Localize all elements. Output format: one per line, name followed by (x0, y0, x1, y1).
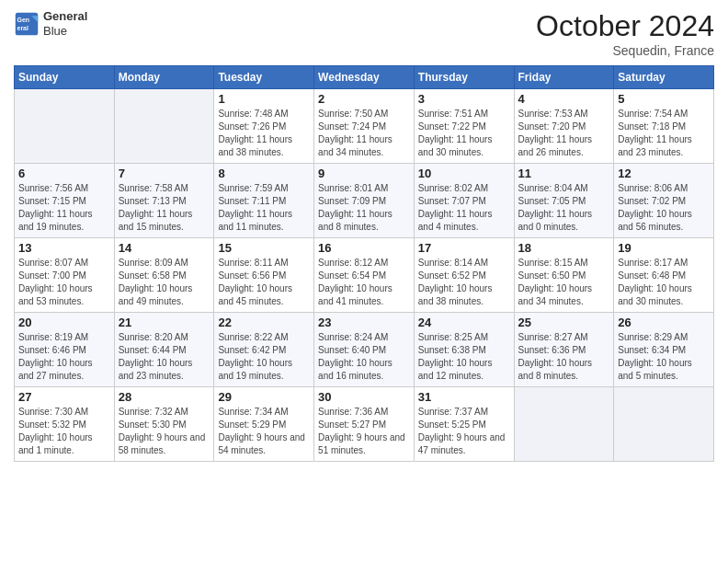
day-number: 11 (518, 167, 610, 180)
day-info: Sunrise: 7:50 AMSunset: 7:24 PMDaylight:… (318, 108, 410, 159)
calendar-cell (614, 387, 714, 462)
calendar-cell: 14Sunrise: 8:09 AMSunset: 6:58 PMDayligh… (114, 238, 214, 313)
day-number: 3 (418, 92, 510, 106)
day-info: Sunrise: 7:37 AMSunset: 5:25 PMDaylight:… (418, 406, 510, 457)
day-number: 17 (418, 241, 510, 255)
location: Sequedin, France (536, 43, 714, 58)
calendar-cell: 9Sunrise: 8:01 AMSunset: 7:09 PMDaylight… (314, 164, 415, 238)
day-number: 10 (418, 167, 510, 180)
day-number: 26 (618, 316, 710, 329)
calendar-cell (15, 89, 115, 164)
day-info: Sunrise: 8:19 AMSunset: 6:46 PMDaylight:… (18, 331, 110, 383)
day-info: Sunrise: 8:15 AMSunset: 6:50 PMDaylight:… (518, 257, 610, 308)
logo-text: General Blue (43, 9, 87, 38)
day-number: 28 (119, 390, 210, 404)
logo-line1: General (43, 9, 87, 24)
day-info: Sunrise: 8:22 AMSunset: 6:42 PMDaylight:… (218, 331, 310, 383)
day-info: Sunrise: 8:11 AMSunset: 6:56 PMDaylight:… (218, 257, 310, 308)
calendar-cell: 18Sunrise: 8:15 AMSunset: 6:50 PMDayligh… (514, 238, 614, 313)
day-number: 15 (218, 241, 310, 255)
day-number: 24 (418, 316, 510, 329)
day-info: Sunrise: 7:32 AMSunset: 5:30 PMDaylight:… (119, 406, 210, 457)
calendar-week-5: 27Sunrise: 7:30 AMSunset: 5:32 PMDayligh… (15, 387, 714, 462)
calendar-cell: 17Sunrise: 8:14 AMSunset: 6:52 PMDayligh… (414, 238, 514, 313)
day-info: Sunrise: 7:48 AMSunset: 7:26 PMDaylight:… (218, 108, 310, 159)
day-number: 22 (218, 316, 310, 329)
calendar-week-1: 1Sunrise: 7:48 AMSunset: 7:26 PMDaylight… (15, 89, 714, 164)
day-number: 6 (18, 167, 110, 180)
day-number: 18 (518, 241, 610, 255)
day-info: Sunrise: 7:59 AMSunset: 7:11 PMDaylight:… (218, 182, 310, 234)
svg-text:Gen: Gen (17, 17, 30, 23)
day-info: Sunrise: 8:01 AMSunset: 7:09 PMDaylight:… (318, 182, 410, 234)
calendar-cell: 28Sunrise: 7:32 AMSunset: 5:30 PMDayligh… (114, 387, 214, 462)
day-info: Sunrise: 8:02 AMSunset: 7:07 PMDaylight:… (418, 182, 510, 234)
weekday-header-saturday: Saturday (614, 66, 714, 89)
calendar-cell: 3Sunrise: 7:51 AMSunset: 7:22 PMDaylight… (414, 89, 514, 164)
day-number: 9 (318, 167, 410, 180)
calendar-week-3: 13Sunrise: 8:07 AMSunset: 7:00 PMDayligh… (15, 238, 714, 313)
day-info: Sunrise: 8:04 AMSunset: 7:05 PMDaylight:… (518, 182, 610, 234)
day-info: Sunrise: 8:20 AMSunset: 6:44 PMDaylight:… (119, 331, 210, 383)
calendar-cell: 16Sunrise: 8:12 AMSunset: 6:54 PMDayligh… (314, 238, 415, 313)
day-number: 31 (418, 390, 510, 404)
calendar-cell: 23Sunrise: 8:24 AMSunset: 6:40 PMDayligh… (314, 313, 415, 387)
calendar-cell (514, 387, 614, 462)
day-number: 20 (18, 316, 110, 329)
calendar-cell: 6Sunrise: 7:56 AMSunset: 7:15 PMDaylight… (15, 164, 115, 238)
day-info: Sunrise: 8:12 AMSunset: 6:54 PMDaylight:… (318, 257, 410, 308)
calendar-cell: 2Sunrise: 7:50 AMSunset: 7:24 PMDaylight… (314, 89, 415, 164)
month-title: October 2024 (536, 9, 714, 43)
calendar-cell: 20Sunrise: 8:19 AMSunset: 6:46 PMDayligh… (15, 313, 115, 387)
calendar-cell: 21Sunrise: 8:20 AMSunset: 6:44 PMDayligh… (114, 313, 214, 387)
calendar-cell: 4Sunrise: 7:53 AMSunset: 7:20 PMDaylight… (514, 89, 614, 164)
calendar-cell: 15Sunrise: 8:11 AMSunset: 6:56 PMDayligh… (214, 238, 314, 313)
svg-text:eral: eral (17, 25, 29, 31)
calendar-week-4: 20Sunrise: 8:19 AMSunset: 6:46 PMDayligh… (15, 313, 714, 387)
day-number: 21 (119, 316, 210, 329)
day-number: 29 (218, 390, 310, 404)
calendar-table: SundayMondayTuesdayWednesdayThursdayFrid… (14, 65, 714, 462)
weekday-header-row: SundayMondayTuesdayWednesdayThursdayFrid… (15, 66, 714, 89)
header: Gen eral General Blue October 2024 Seque… (14, 9, 714, 58)
title-block: October 2024 Sequedin, France (536, 9, 714, 58)
logo-line2: Blue (43, 24, 87, 39)
calendar-cell (114, 89, 214, 164)
day-number: 19 (618, 241, 710, 255)
day-info: Sunrise: 7:53 AMSunset: 7:20 PMDaylight:… (518, 108, 610, 159)
day-info: Sunrise: 8:29 AMSunset: 6:34 PMDaylight:… (618, 331, 710, 383)
day-info: Sunrise: 8:07 AMSunset: 7:00 PMDaylight:… (18, 257, 110, 308)
weekday-header-monday: Monday (114, 66, 214, 89)
day-number: 4 (518, 92, 610, 106)
day-number: 12 (618, 167, 710, 180)
day-info: Sunrise: 8:06 AMSunset: 7:02 PMDaylight:… (618, 182, 710, 234)
calendar-cell: 26Sunrise: 8:29 AMSunset: 6:34 PMDayligh… (614, 313, 714, 387)
day-info: Sunrise: 8:24 AMSunset: 6:40 PMDaylight:… (318, 331, 410, 383)
day-info: Sunrise: 7:36 AMSunset: 5:27 PMDaylight:… (318, 406, 410, 457)
day-number: 8 (218, 167, 310, 180)
calendar-cell: 22Sunrise: 8:22 AMSunset: 6:42 PMDayligh… (214, 313, 314, 387)
day-info: Sunrise: 7:51 AMSunset: 7:22 PMDaylight:… (418, 108, 510, 159)
day-info: Sunrise: 7:54 AMSunset: 7:18 PMDaylight:… (618, 108, 710, 159)
day-number: 2 (318, 92, 410, 106)
day-info: Sunrise: 8:17 AMSunset: 6:48 PMDaylight:… (618, 257, 710, 308)
day-number: 25 (518, 316, 610, 329)
calendar-cell: 31Sunrise: 7:37 AMSunset: 5:25 PMDayligh… (414, 387, 514, 462)
day-number: 5 (618, 92, 710, 106)
weekday-header-sunday: Sunday (15, 66, 115, 89)
day-info: Sunrise: 8:14 AMSunset: 6:52 PMDaylight:… (418, 257, 510, 308)
day-info: Sunrise: 7:58 AMSunset: 7:13 PMDaylight:… (119, 182, 210, 234)
calendar-cell: 13Sunrise: 8:07 AMSunset: 7:00 PMDayligh… (15, 238, 115, 313)
day-number: 23 (318, 316, 410, 329)
weekday-header-tuesday: Tuesday (214, 66, 314, 89)
general-blue-logo-icon: Gen eral (14, 11, 40, 37)
calendar-cell: 27Sunrise: 7:30 AMSunset: 5:32 PMDayligh… (15, 387, 115, 462)
day-info: Sunrise: 7:30 AMSunset: 5:32 PMDaylight:… (18, 406, 110, 457)
weekday-header-thursday: Thursday (414, 66, 514, 89)
calendar-cell: 19Sunrise: 8:17 AMSunset: 6:48 PMDayligh… (614, 238, 714, 313)
calendar-cell: 25Sunrise: 8:27 AMSunset: 6:36 PMDayligh… (514, 313, 614, 387)
day-info: Sunrise: 8:09 AMSunset: 6:58 PMDaylight:… (119, 257, 210, 308)
logo: Gen eral General Blue (14, 9, 87, 38)
day-number: 27 (18, 390, 110, 404)
day-info: Sunrise: 8:25 AMSunset: 6:38 PMDaylight:… (418, 331, 510, 383)
